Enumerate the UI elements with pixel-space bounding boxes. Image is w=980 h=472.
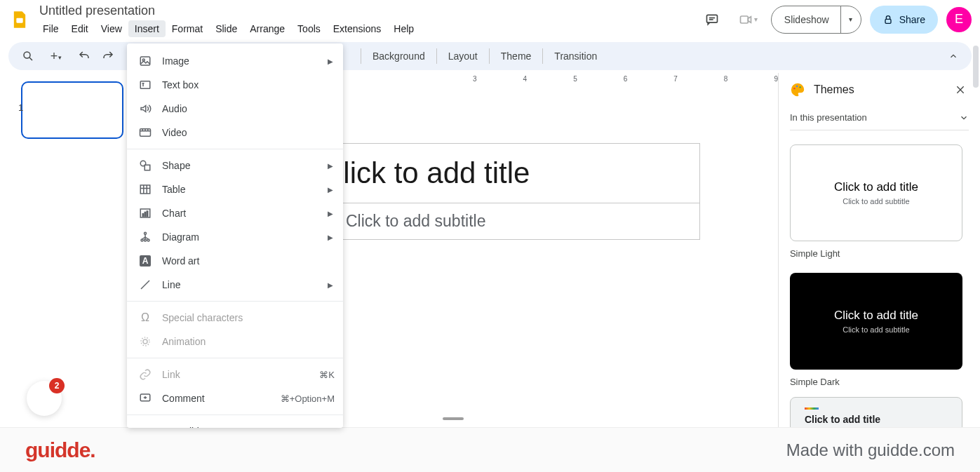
- svg-rect-30: [142, 214, 144, 217]
- separator: [489, 48, 490, 64]
- submenu-arrow-icon: ▶: [326, 162, 335, 170]
- menu-arrange[interactable]: Arrange: [243, 20, 291, 37]
- new-slide-button[interactable]: + ▾: [41, 45, 72, 67]
- search-icon[interactable]: [17, 45, 39, 67]
- menu-divider: [127, 301, 343, 302]
- svg-line-7: [29, 58, 32, 60]
- notification-badge: 2: [49, 378, 65, 393]
- svg-line-41: [141, 281, 149, 289]
- svg-point-43: [141, 337, 149, 346]
- separator: [436, 48, 437, 64]
- menu-divider: [127, 414, 343, 415]
- special-chars-icon: Ω: [138, 311, 152, 325]
- slides-logo[interactable]: [6, 6, 34, 34]
- slide-thumbnail[interactable]: [21, 81, 123, 139]
- close-icon[interactable]: [952, 81, 969, 98]
- menubar: File Edit View Insert Format Slide Arran…: [36, 20, 698, 37]
- svg-point-8: [793, 88, 795, 89]
- menu-extensions[interactable]: Extensions: [327, 20, 387, 37]
- theme-button[interactable]: Theme: [491, 46, 542, 66]
- share-button[interactable]: Share: [870, 6, 938, 34]
- themes-section-header[interactable]: In this presentation: [790, 105, 969, 130]
- svg-rect-13: [140, 57, 150, 65]
- menu-item-line[interactable]: Line ▶: [127, 273, 343, 297]
- theme-card-simple-light[interactable]: Click to add title Click to add subtitle…: [790, 144, 969, 259]
- slideshow-label[interactable]: Slideshow: [772, 6, 841, 33]
- menu-item-table[interactable]: Table ▶: [127, 177, 343, 201]
- svg-rect-25: [140, 185, 150, 194]
- menu-item-shape[interactable]: Shape ▶: [127, 154, 343, 177]
- svg-rect-24: [145, 165, 150, 170]
- diagram-icon: [138, 230, 152, 244]
- menu-divider: [127, 358, 343, 358]
- watermark-footer: guidde. Made with guidde.com: [0, 427, 980, 472]
- audio-icon: [138, 102, 152, 116]
- resize-handle[interactable]: [443, 417, 464, 420]
- menu-item-animation: Animation: [127, 330, 343, 353]
- menu-view[interactable]: View: [95, 20, 128, 37]
- menu-insert[interactable]: Insert: [128, 20, 166, 37]
- menu-item-audio[interactable]: Audio: [127, 97, 343, 121]
- menu-edit[interactable]: Edit: [65, 20, 95, 37]
- menu-file[interactable]: File: [36, 20, 65, 37]
- collapse-toolbar-icon[interactable]: [942, 45, 965, 67]
- menu-slide[interactable]: Slide: [209, 20, 243, 37]
- line-icon: [138, 278, 152, 292]
- guidde-logo: guidde.: [25, 438, 95, 462]
- comment-icon: [138, 391, 152, 405]
- submenu-arrow-icon: ▶: [326, 58, 335, 65]
- menu-item-image[interactable]: Image ▶: [127, 49, 343, 73]
- animation-icon: [138, 335, 152, 349]
- theme-card-simple-dark[interactable]: Click to add title Click to add subtitle…: [790, 273, 969, 387]
- chevron-down-icon: [959, 113, 969, 123]
- redo-icon[interactable]: [97, 45, 119, 67]
- chart-icon: [138, 206, 152, 220]
- svg-point-9: [796, 86, 798, 87]
- wordart-icon: A: [138, 254, 152, 268]
- title-placeholder[interactable]: Click to add title: [333, 143, 700, 203]
- theme-card-streamline[interactable]: Click to add title: [790, 397, 969, 427]
- plus-icon: +: [138, 424, 152, 428]
- textbox-icon: [138, 78, 152, 92]
- slide-number: 1: [18, 102, 23, 113]
- svg-rect-0: [16, 18, 22, 22]
- submenu-arrow-icon: ▶: [326, 281, 335, 289]
- svg-point-35: [145, 239, 147, 241]
- meet-icon[interactable]: ▾: [734, 6, 763, 34]
- menu-item-wordart[interactable]: A Word art: [127, 249, 343, 273]
- subtitle-placeholder[interactable]: Click to add subtitle: [333, 203, 700, 240]
- svg-point-33: [145, 232, 147, 234]
- slideshow-button[interactable]: Slideshow ▾: [771, 6, 861, 34]
- svg-rect-4: [741, 16, 749, 23]
- menu-item-textbox[interactable]: Text box: [127, 73, 343, 97]
- menu-item-special-chars: Ω Special characters: [127, 306, 343, 330]
- submenu-arrow-icon: ▶: [326, 234, 335, 241]
- background-button[interactable]: Background: [363, 46, 435, 66]
- transition-button[interactable]: Transition: [544, 46, 607, 66]
- menu-tools[interactable]: Tools: [291, 20, 327, 37]
- menu-item-chart[interactable]: Chart ▶: [127, 201, 343, 225]
- user-avatar[interactable]: E: [946, 7, 972, 32]
- menu-item-comment[interactable]: Comment ⌘+Option+M: [127, 386, 343, 410]
- undo-icon[interactable]: [73, 45, 95, 67]
- slideshow-dropdown[interactable]: ▾: [841, 6, 861, 33]
- chat-widget[interactable]: 2: [27, 381, 62, 416]
- submenu-arrow-icon: ▶: [326, 210, 335, 217]
- themes-title: Themes: [814, 83, 944, 96]
- separator: [361, 48, 361, 64]
- svg-point-42: [143, 339, 147, 344]
- comments-icon[interactable]: [698, 6, 726, 34]
- lock-icon: [882, 14, 894, 25]
- menu-item-new-slide[interactable]: + New slide Ctrl+M: [127, 419, 343, 428]
- menu-divider: [127, 149, 343, 149]
- scrollbar[interactable]: [973, 73, 979, 427]
- menu-item-diagram[interactable]: Diagram ▶: [127, 225, 343, 249]
- menu-help[interactable]: Help: [387, 20, 420, 37]
- menu-format[interactable]: Format: [166, 20, 209, 37]
- menu-item-link: Link ⌘K: [127, 363, 343, 386]
- slide-filmstrip: 1: [0, 73, 129, 427]
- doc-title[interactable]: Untitled presentation: [36, 2, 698, 20]
- shape-icon: [138, 159, 152, 173]
- menu-item-video[interactable]: Video: [127, 121, 343, 144]
- layout-button[interactable]: Layout: [438, 46, 488, 66]
